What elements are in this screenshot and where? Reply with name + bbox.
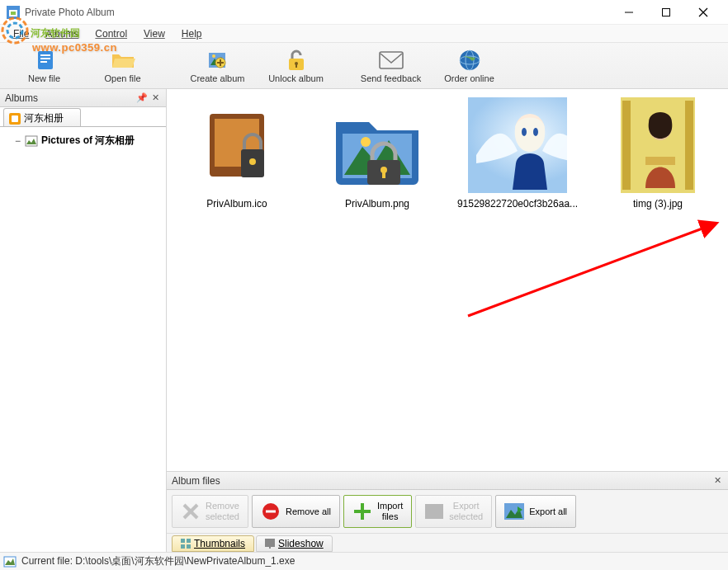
menubar: File Albums Control View Help	[0, 25, 728, 43]
svg-rect-10	[40, 54, 50, 56]
album-files-header: Album files ✕	[167, 472, 728, 490]
app-icon	[7, 6, 20, 19]
order-online-button[interactable]: Order online	[430, 45, 508, 87]
export-all-button[interactable]: Export all	[495, 495, 576, 528]
thumb-timg[interactable]: timg (3).jpg	[596, 97, 720, 210]
thumb-label: timg (3).jpg	[633, 198, 683, 210]
thumb-privalbum-ico[interactable]: PrivAlbum.ico	[175, 97, 299, 210]
svg-rect-62	[269, 547, 271, 549]
minimize-button[interactable]	[610, 1, 647, 24]
toolbar: New file Open file Create album Unlock a…	[0, 43, 728, 89]
new-file-button[interactable]: New file	[5, 45, 83, 87]
thumb-image	[200, 104, 274, 186]
import-icon	[352, 502, 372, 521]
thumb-privalbum-png[interactable]: PrivAlbum.png	[315, 97, 439, 210]
thumb-image	[468, 97, 567, 193]
export-icon	[424, 502, 444, 521]
tab-thumbnails-label: Thumbnails	[194, 538, 245, 549]
thumb-label: PrivAlbum.ico	[206, 198, 267, 210]
svg-line-47	[468, 224, 716, 316]
svg-rect-26	[26, 136, 37, 146]
remove-icon	[181, 502, 201, 521]
export-selected-label: Export selected	[449, 501, 483, 521]
thumbnails-icon	[181, 539, 191, 549]
thumbnail-grid: PrivAlbum.ico	[167, 89, 728, 471]
unlock-album-button[interactable]: Unlock album	[257, 45, 335, 87]
svg-point-23	[460, 50, 480, 70]
svg-rect-2	[11, 12, 16, 15]
remove-all-icon	[261, 502, 281, 521]
svg-rect-53	[354, 510, 371, 513]
close-button[interactable]	[684, 1, 721, 24]
svg-rect-11	[40, 58, 50, 59]
albums-panel-header: Albums 📌 ✕	[0, 89, 166, 107]
thumb-image	[328, 97, 427, 193]
new-file-icon	[33, 49, 56, 72]
svg-rect-21	[295, 64, 297, 68]
album-files-panel: Album files ✕ Remove selected Remove all…	[167, 471, 728, 552]
panel-close-icon[interactable]: ✕	[149, 92, 161, 104]
svg-rect-44	[685, 101, 693, 190]
slideshow-icon	[265, 539, 275, 549]
import-files-button[interactable]: Import files	[343, 495, 412, 528]
file-icon	[3, 556, 17, 568]
svg-rect-57	[181, 539, 185, 543]
thumb-anime[interactable]: 91529822720e0cf3b26aa...	[456, 97, 579, 210]
red-arrow-annotation	[460, 217, 728, 324]
sidebar: Albums 📌 ✕ 河东相册 − Pictures of 河东相册	[0, 89, 167, 552]
open-file-icon	[111, 49, 135, 71]
menu-help[interactable]: Help	[175, 26, 209, 41]
remove-all-label: Remove all	[286, 506, 331, 517]
svg-rect-9	[38, 51, 53, 69]
svg-rect-61	[265, 539, 275, 547]
export-all-icon	[504, 502, 524, 521]
svg-rect-54	[425, 504, 443, 519]
albums-panel-title: Albums	[5, 92, 135, 104]
panel-close-icon[interactable]: ✕	[711, 475, 723, 487]
maximize-button[interactable]	[647, 1, 684, 24]
create-album-icon	[206, 49, 229, 72]
tab-slideshow-label: Slideshow	[278, 538, 324, 549]
tree-expander-icon[interactable]: −	[15, 135, 21, 147]
status-text: Current file: D:\tools\桌面\河东软件园\NewPriva…	[21, 554, 295, 568]
menu-file[interactable]: File	[7, 26, 35, 41]
svg-point-41	[533, 128, 538, 136]
thumb-label: PrivAlbum.png	[345, 198, 409, 210]
svg-rect-58	[187, 539, 191, 543]
svg-rect-37	[382, 170, 385, 178]
thumb-image	[621, 97, 695, 193]
svg-rect-59	[181, 544, 185, 549]
tab-slideshow[interactable]: Slideshow	[256, 535, 333, 552]
svg-rect-43	[622, 101, 631, 190]
window-controls	[610, 1, 721, 24]
open-file-button[interactable]: Open file	[83, 45, 162, 87]
create-album-label: Create album	[190, 73, 244, 83]
remove-selected-button: Remove selected	[172, 495, 248, 528]
titlebar: Private Photo Album	[0, 0, 728, 25]
menu-view[interactable]: View	[137, 26, 172, 41]
globe-icon	[459, 49, 480, 71]
remove-all-button[interactable]: Remove all	[252, 495, 340, 528]
svg-rect-18	[217, 62, 224, 64]
create-album-button[interactable]: Create album	[178, 45, 257, 87]
window-title: Private Photo Album	[25, 7, 610, 18]
album-tab-icon	[9, 113, 21, 125]
album-files-title: Album files	[172, 475, 710, 487]
svg-rect-12	[40, 61, 47, 63]
send-feedback-label: Send feedback	[361, 73, 421, 83]
export-all-label: Export all	[529, 506, 567, 517]
menu-control[interactable]: Control	[88, 26, 134, 41]
tree-item-pictures[interactable]: − Pictures of 河东相册	[5, 132, 161, 149]
send-feedback-button[interactable]: Send feedback	[352, 45, 430, 87]
tab-thumbnails[interactable]: Thumbnails	[172, 535, 254, 552]
album-tab[interactable]: 河东相册	[3, 108, 81, 126]
album-tree: − Pictures of 河东相册	[0, 127, 166, 552]
svg-rect-22	[380, 52, 403, 68]
menu-albums[interactable]: Albums	[39, 26, 85, 41]
statusbar: Current file: D:\tools\桌面\河东软件园\NewPriva…	[0, 552, 728, 570]
thumb-label: 91529822720e0cf3b26aa...	[457, 198, 578, 210]
unlock-album-label: Unlock album	[268, 73, 324, 83]
svg-rect-51	[266, 511, 276, 513]
export-selected-button: Export selected	[415, 495, 492, 528]
pin-icon[interactable]: 📌	[136, 92, 148, 104]
